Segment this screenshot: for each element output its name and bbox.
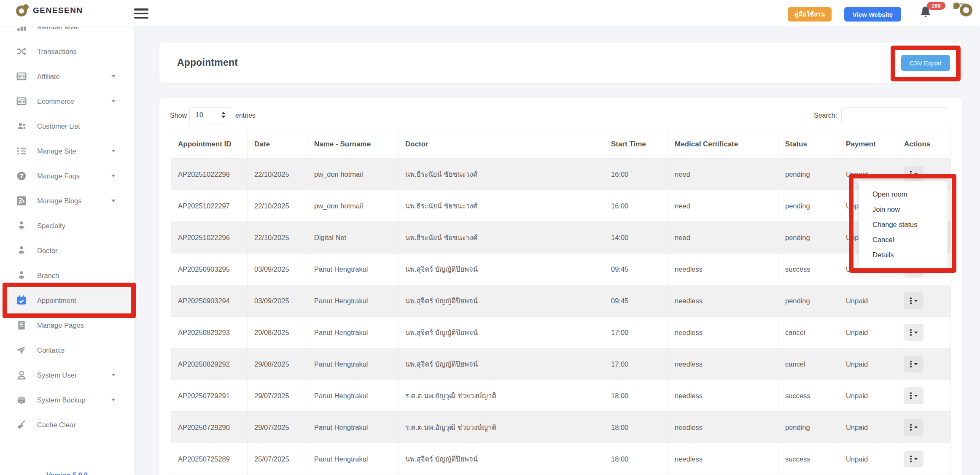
caret-down-icon <box>914 426 918 429</box>
table-row: AP2025072929129/07/2025Panut Hengtrakulร… <box>171 380 951 412</box>
cell-start-time: 14:00 <box>604 222 668 254</box>
menu-item-join-now[interactable]: Join now <box>859 202 948 217</box>
cell-medical-certificate: need <box>668 222 778 254</box>
bar-chart-icon <box>16 27 27 32</box>
csv-export-button[interactable]: CSV Export <box>901 55 950 71</box>
sidebar-item-system-user[interactable]: System User <box>0 362 134 387</box>
cell-doctor: นพ.สุจิตร์ บัญญัติปิยพจน์ <box>398 443 604 475</box>
row-actions-menu: Open roomJoin nowChange statusCancelDeta… <box>859 181 948 269</box>
row-actions-button[interactable] <box>904 324 923 341</box>
table-row: AP2025072528925/07/2025Panut Hengtrakulน… <box>171 443 951 475</box>
sidebar-item-cache-clear[interactable]: Cache Clear <box>0 412 134 437</box>
sidebar-item-doctor[interactable]: Doctor <box>0 238 134 263</box>
cell-status: success <box>778 380 839 412</box>
sidebar-item-manage-site[interactable]: Manage Site <box>0 138 134 163</box>
sidebar-item-system-backup[interactable]: System Backup <box>0 387 134 412</box>
cell-id: AP20250725289 <box>171 443 248 475</box>
column-header-start-time[interactable]: Start Time <box>604 130 668 159</box>
column-header-medical-certificate[interactable]: Medical Certificate <box>668 130 778 159</box>
cell-id: AP20250729290 <box>171 412 248 443</box>
sidebar-item-label: Appointment <box>37 296 76 304</box>
caret-down-icon <box>914 173 918 175</box>
search-label: Search: <box>814 112 837 119</box>
cell-start-time: 18:00 <box>604 380 668 412</box>
row-actions-button[interactable] <box>904 387 923 404</box>
table-header-row: Appointment IDDateName - SurnameDoctorSt… <box>171 130 951 159</box>
sidebar-item-manage-pages[interactable]: Manage Pages <box>0 313 134 337</box>
row-actions-button[interactable] <box>904 419 923 436</box>
cell-date: 29/07/2025 <box>248 412 307 443</box>
ellipsis-icon <box>910 329 912 336</box>
cell-doctor: นพ.ธีระนัยน์ ชัยชนะวงศ์ <box>398 159 604 190</box>
brand-logo: GENESENN <box>16 4 83 17</box>
menu-item-details[interactable]: Details <box>859 247 948 262</box>
hamburger-menu-icon[interactable] <box>134 8 148 19</box>
column-header-status[interactable]: Status <box>778 130 839 159</box>
notification-count-badge[interactable]: 288 <box>927 2 945 10</box>
column-header-payment[interactable]: Payment <box>839 130 897 159</box>
cell-date: 22/10/2025 <box>248 190 307 222</box>
column-header-name-surname[interactable]: Name - Surname <box>307 130 398 159</box>
menu-item-open-room[interactable]: Open room <box>859 186 948 202</box>
row-actions-button[interactable] <box>904 292 923 309</box>
view-website-button[interactable]: View Website <box>844 7 901 22</box>
cell-start-time: 18:00 <box>604 412 668 443</box>
cell-start-time: 17:00 <box>604 317 668 348</box>
sidebar-item-label: Customer List <box>37 122 80 130</box>
select-arrows-icon <box>221 112 226 118</box>
sidebar-item-branch[interactable]: Branch <box>0 263 134 288</box>
sidebar-item-affiliate[interactable]: Affiliate <box>0 64 134 89</box>
row-actions-button[interactable] <box>904 356 923 372</box>
cell-medical-certificate: needless <box>668 412 778 443</box>
cell-status: cancel <box>778 317 839 348</box>
cell-name: Panut Hengtrakul <box>307 380 398 412</box>
page-size-select[interactable]: 10 <box>189 107 231 124</box>
rss-icon <box>16 195 27 206</box>
menu-item-cancel[interactable]: Cancel <box>859 232 948 247</box>
page-header-card: Appointment CSV Export <box>159 43 962 83</box>
cell-start-time: 09:45 <box>604 285 668 317</box>
sidebar-item-manage-faqs[interactable]: ?Manage Faqs <box>0 163 134 188</box>
column-header-appointment-id[interactable]: Appointment ID <box>171 130 248 159</box>
search-input[interactable] <box>841 107 949 123</box>
ellipsis-icon <box>910 171 912 178</box>
sidebar-item-transactions[interactable]: Transactions <box>0 39 134 64</box>
sidebar-item-specialty[interactable]: Specialty <box>0 213 134 238</box>
cell-start-time: 09:45 <box>604 254 668 285</box>
sidebar-item-contacts[interactable]: Contacts <box>0 337 134 362</box>
cell-name: pw_don hotmail <box>307 159 398 190</box>
cell-actions <box>897 380 951 412</box>
column-header-date[interactable]: Date <box>248 130 307 159</box>
sidebar-item-label: Branch <box>37 271 59 279</box>
menu-item-change-status[interactable]: Change status <box>859 217 948 232</box>
sidebar-item-label: Affiliate <box>37 72 60 80</box>
cell-doctor: ร.ต.ต.นพ.อัญวุฒิ ช่วยวงษ์ญาติ <box>398 380 604 412</box>
users-icon <box>16 121 27 132</box>
manual-button[interactable]: คู่มือใช้งาน <box>788 7 832 22</box>
cell-payment: Unpaid <box>839 317 897 348</box>
sidebar-item-label: System Backup <box>37 396 86 404</box>
cell-medical-certificate: needless <box>668 380 778 412</box>
column-header-doctor[interactable]: Doctor <box>398 130 604 159</box>
brand-name: GENESENN <box>33 6 83 15</box>
profile-avatar[interactable]: GENESENN <box>949 3 971 24</box>
cell-medical-certificate: needless <box>668 348 778 380</box>
cell-id: AP20250903295 <box>171 254 248 285</box>
cell-name: Digital Net <box>307 222 398 254</box>
sidebar-item-member-level[interactable]: Member level <box>0 27 134 39</box>
cell-doctor: นพ.สุจิตร์ บัญญัติปิยพจน์ <box>398 348 604 380</box>
cell-payment: Unpaid <box>839 285 897 317</box>
sidebar-item-appointment[interactable]: Appointment <box>0 288 134 313</box>
column-header-actions[interactable]: Actions <box>897 130 951 159</box>
cell-actions <box>897 285 951 317</box>
cell-status: pending <box>778 285 839 317</box>
cell-medical-certificate: need <box>668 190 778 222</box>
sidebar-item-ecommerce[interactable]: Ecommerce <box>0 89 134 113</box>
row-actions-button[interactable] <box>904 451 923 467</box>
cell-status: pending <box>778 159 839 190</box>
sidebar-item-manage-blogs[interactable]: Manage Blogs <box>0 188 134 213</box>
row-actions-button[interactable] <box>904 166 923 183</box>
chevron-down-icon <box>111 100 116 103</box>
sidebar-item-customer-list[interactable]: Customer List <box>0 113 134 138</box>
cell-start-time: 17:00 <box>604 348 668 380</box>
